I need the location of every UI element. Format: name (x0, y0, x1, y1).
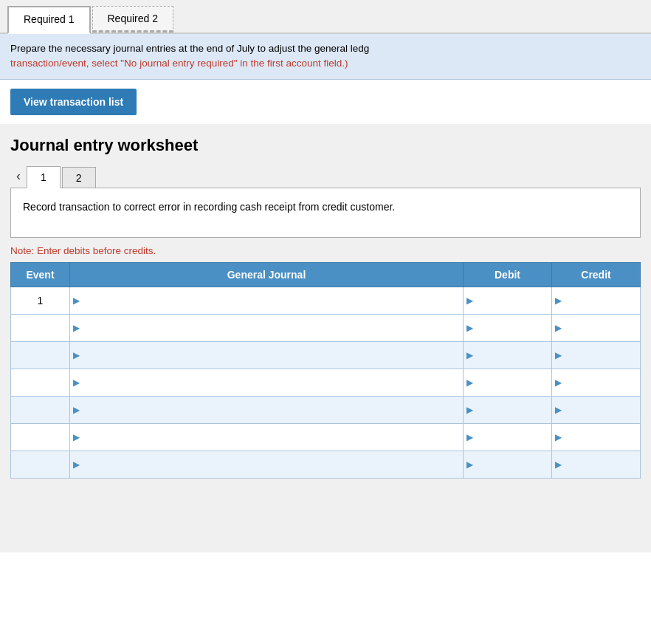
debit-cell[interactable]: ▶ (464, 314, 552, 341)
col-header-credit: Credit (552, 262, 641, 287)
input-arrow-icon: ▶ (73, 459, 80, 470)
credit-cell[interactable]: ▶ (552, 369, 641, 396)
general-journal-input[interactable] (81, 451, 463, 478)
debit-arrow-icon: ▶ (466, 377, 473, 388)
col-header-event: Event (11, 262, 70, 287)
tab-required-1[interactable]: Required 1 (7, 6, 91, 34)
credit-input[interactable] (563, 315, 640, 341)
debit-input[interactable] (475, 315, 551, 341)
journal-table: Event General Journal Debit Credit 1▶▶▶▶… (10, 262, 641, 479)
event-cell (11, 423, 70, 451)
event-cell (11, 369, 70, 396)
credit-input[interactable] (563, 397, 640, 423)
debit-cell[interactable]: ▶ (464, 369, 552, 396)
table-row: ▶▶▶ (11, 341, 641, 369)
debit-arrow-icon: ▶ (466, 323, 473, 333)
instruction-banner: Prepare the necessary journal entries at… (0, 34, 651, 80)
note-text: Note: Enter debits before credits. (10, 245, 641, 256)
general-journal-cell[interactable]: ▶ (70, 423, 464, 451)
general-journal-cell[interactable]: ▶ (70, 369, 464, 396)
input-arrow-icon: ▶ (73, 405, 80, 415)
credit-arrow-icon: ▶ (555, 459, 562, 470)
general-journal-cell[interactable]: ▶ (70, 314, 464, 341)
view-transaction-button[interactable]: View transaction list (10, 89, 137, 115)
debit-cell[interactable]: ▶ (464, 451, 552, 478)
input-arrow-icon: ▶ (73, 350, 80, 360)
debit-arrow-icon: ▶ (466, 459, 473, 470)
table-row: ▶▶▶ (11, 451, 641, 478)
credit-cell[interactable]: ▶ (552, 341, 641, 369)
credit-arrow-icon: ▶ (555, 323, 562, 333)
col-header-general-journal: General Journal (70, 262, 464, 287)
credit-input[interactable] (563, 451, 640, 478)
credit-arrow-icon: ▶ (555, 432, 562, 442)
input-arrow-icon: ▶ (73, 295, 80, 306)
debit-arrow-icon: ▶ (466, 432, 473, 442)
sub-tabs-container: ‹ 1 2 (10, 165, 641, 188)
debit-arrow-icon: ▶ (466, 405, 473, 415)
debit-arrow-icon: ▶ (466, 350, 473, 360)
credit-cell[interactable]: ▶ (552, 451, 641, 478)
table-row: ▶▶▶ (11, 423, 641, 451)
debit-arrow-icon: ▶ (466, 295, 473, 306)
tab-required-2[interactable]: Required 2 (92, 6, 174, 32)
debit-cell[interactable]: ▶ (464, 396, 552, 423)
credit-input[interactable] (563, 369, 640, 396)
general-journal-input[interactable] (81, 397, 463, 423)
credit-cell[interactable]: ▶ (552, 314, 641, 341)
general-journal-cell[interactable]: ▶ (70, 287, 464, 314)
instruction-red-text: transaction/event, select "No journal en… (10, 58, 348, 69)
general-journal-cell[interactable]: ▶ (70, 396, 464, 423)
worksheet-title: Journal entry worksheet (10, 136, 641, 155)
credit-arrow-icon: ▶ (555, 405, 562, 415)
input-arrow-icon: ▶ (73, 323, 80, 333)
general-journal-cell[interactable]: ▶ (70, 451, 464, 478)
debit-cell[interactable]: ▶ (464, 341, 552, 369)
debit-cell[interactable]: ▶ (464, 423, 552, 451)
general-journal-input[interactable] (81, 315, 463, 341)
general-journal-cell[interactable]: ▶ (70, 341, 464, 369)
debit-input[interactable] (475, 397, 551, 423)
event-cell: 1 (11, 287, 70, 314)
event-cell (11, 314, 70, 341)
credit-arrow-icon: ▶ (555, 350, 562, 360)
general-journal-input[interactable] (81, 424, 463, 451)
debit-input[interactable] (475, 287, 551, 314)
event-cell (11, 396, 70, 423)
credit-input[interactable] (563, 424, 640, 451)
credit-input[interactable] (563, 342, 640, 369)
sub-tab-2[interactable]: 2 (62, 167, 96, 188)
event-cell (11, 341, 70, 369)
table-row: ▶▶▶ (11, 396, 641, 423)
main-tabs: Required 1 Required 2 (0, 0, 651, 34)
input-arrow-icon: ▶ (73, 432, 80, 442)
event-cell (11, 451, 70, 478)
credit-arrow-icon: ▶ (555, 377, 562, 388)
credit-cell[interactable]: ▶ (552, 423, 641, 451)
sub-tab-1[interactable]: 1 (27, 166, 61, 188)
prev-tab-button[interactable]: ‹ (10, 165, 27, 187)
debit-input[interactable] (475, 369, 551, 396)
debit-cell[interactable]: ▶ (464, 287, 552, 314)
col-header-debit: Debit (464, 262, 552, 287)
debit-input[interactable] (475, 424, 551, 451)
credit-arrow-icon: ▶ (555, 295, 562, 306)
table-row: ▶▶▶ (11, 314, 641, 341)
table-row: 1▶▶▶ (11, 287, 641, 314)
credit-cell[interactable]: ▶ (552, 396, 641, 423)
general-journal-input[interactable] (81, 369, 463, 396)
instruction-main-text: Prepare the necessary journal entries at… (10, 43, 369, 54)
credit-input[interactable] (563, 287, 640, 314)
general-journal-input[interactable] (81, 287, 463, 314)
debit-input[interactable] (475, 451, 551, 478)
general-journal-input[interactable] (81, 342, 463, 369)
worksheet-container: Journal entry worksheet ‹ 1 2 Record tra… (0, 124, 651, 552)
table-row: ▶▶▶ (11, 369, 641, 396)
credit-cell[interactable]: ▶ (552, 287, 641, 314)
input-arrow-icon: ▶ (73, 377, 80, 388)
record-description-box: Record transaction to correct error in r… (10, 188, 641, 238)
debit-input[interactable] (475, 342, 551, 369)
